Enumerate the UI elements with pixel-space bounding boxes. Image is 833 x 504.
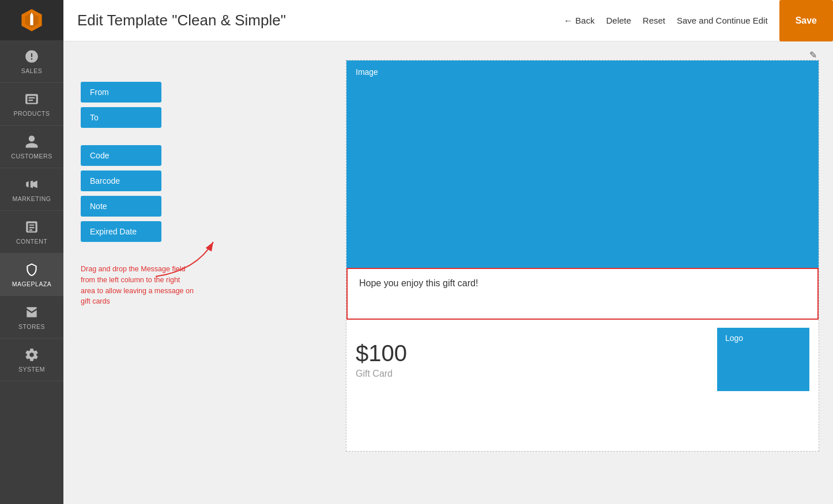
drag-arrow-icon (150, 236, 219, 282)
sidebar-item-sales-label: SALES (21, 67, 42, 74)
sidebar-item-system-label: SYSTEM (18, 366, 45, 373)
header-actions: ← Back Delete Reset Save and Continue Ed… (564, 0, 819, 41)
save-label: Save (796, 16, 817, 25)
sidebar-item-customers[interactable]: CUSTOMERS (0, 126, 63, 168)
customers-icon (24, 134, 40, 150)
left-panel: From To Code Barcode Note Expired Date (63, 41, 340, 504)
sidebar-item-products-label: PRODUCTS (14, 110, 50, 117)
marketing-icon (24, 176, 40, 192)
sidebar-logo (0, 0, 63, 40)
preview-message-text: Hope you enjoy this gift card! (359, 278, 478, 288)
sidebar-item-content-label: CONTENT (16, 238, 47, 245)
sidebar-item-products[interactable]: PRODUCTS (0, 83, 63, 126)
preview-message-area: Hope you enjoy this gift card! (346, 268, 819, 320)
preview-bottom: $100 Gift Card Logo (346, 320, 819, 399)
from-field-button[interactable]: From (81, 82, 161, 103)
expired-date-field-label: Expired Date (90, 227, 137, 236)
barcode-field-button[interactable]: Barcode (81, 170, 161, 191)
sidebar-item-sales[interactable]: SALES (0, 40, 63, 83)
back-button[interactable]: ← Back (564, 16, 594, 25)
top-field-buttons: From To (81, 82, 329, 128)
sidebar-item-mageplaza[interactable]: MAGEPLAZA (0, 253, 63, 296)
expired-date-field-button[interactable]: Expired Date (81, 221, 161, 242)
reset-button[interactable]: Reset (643, 16, 665, 25)
page-title: Edit Template "Clean & Simple" (77, 12, 564, 29)
code-field-label: Code (90, 151, 109, 160)
system-icon (24, 347, 40, 363)
template-preview: Image Hope you enjoy this gift card! $10… (346, 60, 819, 452)
mageplaza-icon (24, 262, 40, 278)
save-continue-label: Save and Continue Edit (677, 16, 768, 25)
products-icon (24, 91, 40, 107)
sidebar-item-system[interactable]: SYSTEM (0, 339, 63, 381)
barcode-field-label: Barcode (90, 176, 120, 185)
stores-icon (24, 304, 40, 320)
preview-giftcard-label: Gift Card (356, 369, 717, 379)
sidebar-item-stores[interactable]: STORES (0, 296, 63, 339)
drag-hint-container: Drag and drop the Message field from the… (81, 253, 329, 307)
to-field-button[interactable]: To (81, 107, 161, 128)
sidebar-item-stores-label: STORES (18, 323, 45, 330)
main-content: Edit Template "Clean & Simple" ← Back De… (63, 0, 833, 504)
back-label: Back (575, 16, 594, 25)
reset-label: Reset (643, 16, 665, 25)
preview-amount: $100 (356, 340, 717, 366)
save-button[interactable]: Save (779, 0, 833, 41)
bottom-field-buttons: Code Barcode Note Expired Date (81, 145, 329, 242)
preview-image-area: Image (346, 60, 819, 268)
preview-logo-area: Logo (717, 328, 809, 391)
sidebar-item-marketing-label: MARKETING (13, 195, 51, 202)
save-continue-button[interactable]: Save and Continue Edit (677, 16, 768, 25)
from-field-label: From (90, 88, 109, 97)
code-field-button[interactable]: Code (81, 145, 161, 166)
content-icon (24, 219, 40, 235)
sidebar-item-mageplaza-label: MAGEPLAZA (12, 281, 52, 287)
sidebar-item-marketing[interactable]: MARKETING (0, 168, 63, 211)
delete-label: Delete (606, 16, 631, 25)
page-header: Edit Template "Clean & Simple" ← Back De… (63, 0, 833, 41)
svg-rect-2 (30, 15, 33, 25)
note-field-button[interactable]: Note (81, 196, 161, 217)
sidebar: SALES PRODUCTS CUSTOMERS MARKETING CONTE… (0, 0, 63, 504)
sidebar-item-customers-label: CUSTOMERS (11, 153, 52, 160)
preview-image-label: Image (356, 67, 378, 77)
preview-amount-area: $100 Gift Card (356, 328, 717, 391)
to-field-label: To (90, 113, 99, 122)
back-arrow-icon: ← (564, 16, 572, 25)
note-field-label: Note (90, 202, 107, 211)
sales-icon (24, 48, 40, 65)
magento-logo-icon (19, 7, 44, 33)
sidebar-item-content[interactable]: CONTENT (0, 211, 63, 253)
preview-logo-label: Logo (725, 334, 743, 343)
content-area: From To Code Barcode Note Expired Date (63, 41, 833, 504)
edit-icon[interactable]: ✎ (809, 50, 817, 60)
delete-button[interactable]: Delete (606, 16, 631, 25)
right-panel: ✎ Image Hope you enjoy this gift card! $… (340, 41, 833, 504)
